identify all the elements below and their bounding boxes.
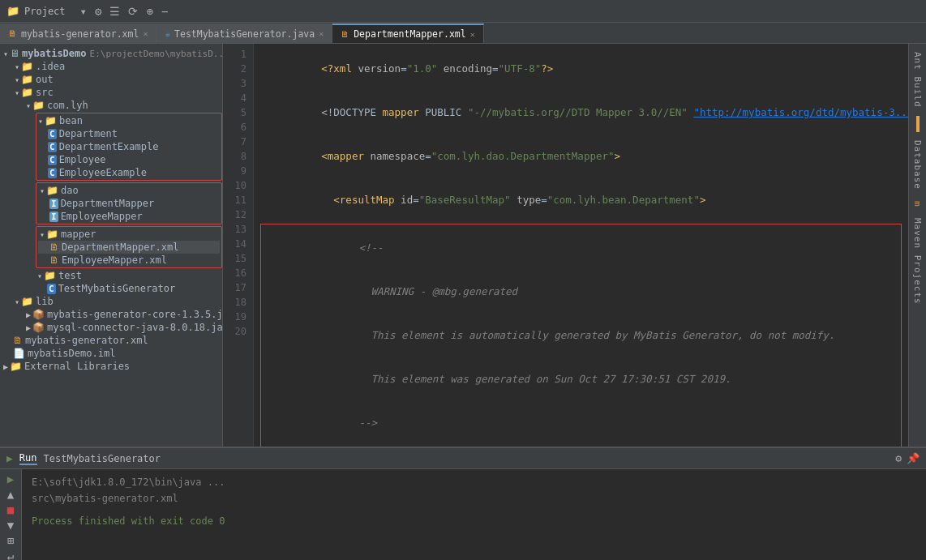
sidebar: ▾ 🖥 mybatisDemo E:\projectDemo\mybatisD.… — [0, 44, 223, 447]
xml-icon-mybatisgenerator: 🗎 — [13, 335, 23, 346]
interface-icon-empmapper: I — [49, 211, 58, 222]
folder-icon-extlibs: 📁 — [10, 361, 22, 372]
run-spacer — [32, 507, 916, 513]
tab-label-testmybatis: TestMybatisGenerator.java — [174, 28, 315, 40]
jar-icon-mybatis: 📦 — [32, 309, 45, 320]
tab-close-departmentmapper[interactable]: ✕ — [470, 30, 475, 39]
run-settings-icon[interactable]: ⚙ — [895, 452, 902, 464]
tree-item-mybatisjar[interactable]: ▶ 📦 mybatis-generator-core-1.3.5.jar — [0, 308, 222, 321]
tab-bar: 🗎 mybatis-generator.xml ✕ ☕ TestMybatisG… — [0, 23, 926, 44]
top-bar-icon-menu[interactable]: ☰ — [108, 3, 122, 19]
tree-label-mybatisdemo: mybatisDemo — [22, 48, 86, 59]
tree-item-mapper-group: ▾ 📁 mapper 🗎 DepartmentMapper.xml 🗎 Empl… — [36, 226, 222, 268]
run-stop-btn[interactable]: ■ — [7, 503, 14, 516]
top-bar-icon-minus[interactable]: − — [160, 3, 169, 19]
arrow-extlibs: ▶ — [3, 362, 8, 371]
tree-label-mysqljar: mysql-connector-java-8.0.18.jar — [47, 322, 223, 333]
tree-item-department[interactable]: C Department — [36, 127, 220, 140]
tree-label-empmapper-xml: EmployeeMapper.xml — [62, 254, 167, 266]
tree-sublabel-mybatisdemo: E:\projectDemo\mybatisD... — [90, 49, 223, 59]
tab-close-mybatis-generator[interactable]: ✕ — [143, 29, 148, 38]
tree-group-mapper: ▾ 📁 mapper 🗎 DepartmentMapper.xml 🗎 Empl… — [0, 225, 222, 269]
tree-item-mapper[interactable]: ▾ 📁 mapper — [38, 228, 220, 241]
run-tab-bar: ▶ Run TestMybatisGenerator ⚙ 📌 — [0, 448, 926, 469]
tree-item-testmybatisgenerator[interactable]: C TestMybatisGenerator — [0, 282, 222, 295]
folder-icon-src: 📁 — [21, 87, 33, 98]
run-pin-icon[interactable]: 📌 — [907, 452, 920, 464]
tree-item-bean[interactable]: ▾ 📁 bean — [36, 114, 220, 127]
tree-item-test[interactable]: ▾ 📁 test — [0, 269, 222, 282]
code-line-8: This element was generated on Sun Oct 27… — [261, 357, 901, 401]
right-sidebar-maven[interactable]: Maven Projects — [911, 213, 924, 310]
class-icon-deptexample: C — [48, 141, 57, 152]
tree-item-empmapper-iface[interactable]: I EmployeeMapper — [38, 210, 220, 223]
code-line-9: --> — [261, 401, 901, 445]
arrow-bean: ▾ — [38, 117, 43, 126]
tree-label-employee: Employee — [59, 154, 106, 165]
code-editor[interactable]: <?xml version="1.0" encoding="UTF-8"?> <… — [254, 44, 908, 447]
tree-item-idea[interactable]: ▾ 📁 .idea — [0, 60, 222, 73]
tree-item-comlyh[interactable]: ▾ 📁 com.lyh — [0, 99, 222, 112]
top-bar-icon-gear[interactable]: ⚙ — [93, 3, 103, 19]
arrow-src: ▾ — [15, 88, 19, 97]
run-area: ▶ ▲ ■ ▼ ⊞ ↵ 🗑 E:\soft\jdk1.8.0_172\bin\j… — [0, 469, 926, 560]
tree-item-mybatisgeneratorxml[interactable]: 🗎 mybatis-generator.xml — [0, 334, 222, 347]
run-icon: ▶ — [6, 452, 13, 464]
run-down-btn[interactable]: ▼ — [7, 519, 14, 532]
tab-xml-icon: 🗎 — [8, 28, 17, 39]
tree-label-mybatisgeneratorxml: mybatis-generator.xml — [25, 335, 148, 346]
tab-java-icon: ☕ — [165, 28, 170, 39]
top-bar-icon-add[interactable]: ⊕ — [144, 3, 154, 19]
project-icon: 🖥 — [10, 48, 19, 59]
tree-item-dao[interactable]: ▾ 📁 dao — [38, 184, 220, 197]
run-play-btn[interactable]: ▶ — [7, 472, 14, 485]
tree-item-bean-group: ▾ 📁 bean C Department C DepartmentExampl… — [36, 113, 222, 181]
folder-icon-lib: 📁 — [21, 296, 33, 307]
tree-item-mysqljar[interactable]: ▶ 📦 mysql-connector-java-8.0.18.jar — [0, 321, 222, 334]
tree-item-src[interactable]: ▾ 📁 src — [0, 86, 222, 99]
run-content: E:\soft\jdk1.8.0_172\bin\java ... src\my… — [22, 469, 926, 560]
run-up-btn[interactable]: ▲ — [7, 488, 14, 501]
tree-item-deptmapper-xml[interactable]: 🗎 DepartmentMapper.xml — [38, 241, 220, 254]
tab-mybatis-generator[interactable]: 🗎 mybatis-generator.xml ✕ — [0, 24, 156, 43]
arrow-test: ▾ — [37, 271, 42, 280]
tree-item-mybatisiml[interactable]: 📄 mybatisDemo.iml — [0, 347, 222, 360]
class-icon-employee: C — [48, 154, 57, 165]
jar-icon-mysql: 📦 — [32, 322, 45, 333]
run-layout-btn[interactable]: ⊞ — [7, 534, 14, 547]
editor-area: 1 2 3 4 5 6 7 8 9 10 11 12 13 14 15 16 1… — [223, 44, 908, 447]
tree-item-out[interactable]: ▾ 📁 out — [0, 73, 222, 86]
run-wrap-btn[interactable]: ↵ — [7, 549, 14, 560]
arrow-comlyh: ▾ — [26, 101, 31, 110]
tree-label-department: Department — [59, 128, 118, 139]
top-bar-icon-settings[interactable]: ▾ — [79, 3, 88, 19]
tab-testmybatis[interactable]: ☕ TestMybatisGenerator.java ✕ — [156, 24, 332, 43]
class-icon-empexample: C — [48, 167, 57, 178]
run-tab-label[interactable]: Run — [19, 452, 37, 465]
tree-item-lib[interactable]: ▾ 📁 lib — [0, 295, 222, 308]
tree-item-employeeexample[interactable]: C EmployeeExample — [36, 166, 220, 179]
folder-icon-test: 📁 — [44, 270, 56, 281]
tree-group-bean: ▾ 📁 bean C Department C DepartmentExampl… — [0, 112, 222, 182]
tree-item-deptmapper-iface[interactable]: I DepartmentMapper — [38, 197, 220, 210]
tab-departmentmapper[interactable]: 🗎 DepartmentMapper.xml ✕ — [332, 24, 484, 43]
arrow-dao: ▾ — [40, 186, 45, 195]
folder-icon-out: 📁 — [21, 74, 33, 85]
iml-icon: 📄 — [13, 348, 25, 359]
right-sidebar-ant-build[interactable]: Ant Build — [911, 47, 924, 113]
top-bar-icon-refresh[interactable]: ⟳ — [126, 3, 139, 19]
run-toolbar: ▶ ▲ ■ ▼ ⊞ ↵ 🗑 — [0, 469, 22, 560]
tree-item-extlibs[interactable]: ▶ 📁 External Libraries — [0, 360, 222, 373]
tree-item-empmapper-xml[interactable]: 🗎 EmployeeMapper.xml — [38, 254, 220, 267]
folder-icon-comlyh: 📁 — [32, 100, 45, 111]
tab-close-testmybatis[interactable]: ✕ — [319, 29, 324, 38]
tree-item-employee[interactable]: C Employee — [36, 153, 220, 166]
tree-label-empmapper-iface: EmployeeMapper — [61, 211, 143, 222]
folder-icon-mapper: 📁 — [46, 229, 58, 240]
run-line-3: Process finished with exit code 0 — [32, 513, 916, 529]
right-sidebar-m[interactable]: m — [911, 196, 924, 212]
tree-item-departmentexample[interactable]: C DepartmentExample — [36, 140, 220, 153]
tree-root[interactable]: ▾ 🖥 mybatisDemo E:\projectDemo\mybatisD.… — [0, 47, 222, 60]
arrow-mybatisjar: ▶ — [26, 310, 31, 319]
right-sidebar-database[interactable]: Database — [911, 135, 924, 195]
